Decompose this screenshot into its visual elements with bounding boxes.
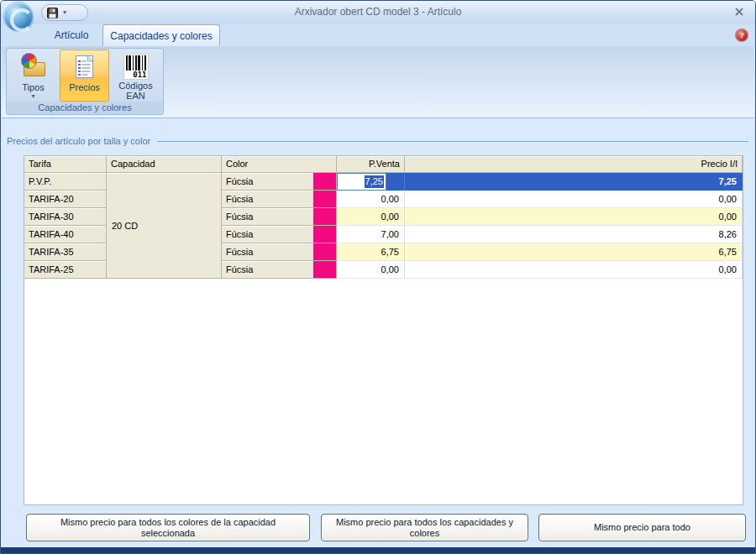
precio-cell[interactable]: 8,26 [405,226,743,243]
title-bar: ▾ Arxivador obert CD model 3 - Artículo [1,1,755,24]
column-header-precio: Precio I/I [405,156,743,173]
row-header-tarifa-40[interactable]: TARIFA-40 [24,226,107,243]
row-header-tarifa-35[interactable]: TARIFA-35 [24,243,107,261]
ribbon: Tipos ▾ P [2,46,754,118]
close-icon[interactable] [734,7,744,17]
column-header-color: Color [222,156,337,173]
color-swatch [313,243,336,260]
same-price-all-button[interactable]: Mismo precio para todo [538,514,746,541]
precio-cell[interactable]: 0,00 [405,191,743,208]
precio-cell-selected[interactable]: 7,25 [405,173,743,191]
color-cell[interactable]: Fúcsia [222,261,337,279]
row-header-tarifa-20[interactable]: TARIFA-20 [24,191,107,208]
color-swatch [313,191,336,207]
row-header-tarifa-25[interactable]: TARIFA-25 [24,261,107,279]
barcode-digits: 011 [133,71,146,79]
tipos-label: Tipos [22,82,45,92]
row-header-tarifa-30[interactable]: TARIFA-30 [24,208,107,226]
tipos-button[interactable]: Tipos ▾ [8,50,58,102]
help-icon[interactable]: ? [736,29,748,41]
pventa-selected-text: 7,25 [365,175,384,188]
section-label: Precios del artículo por talla y color [7,136,150,146]
precios-button[interactable]: Precios [60,50,109,102]
color-cell[interactable]: Fúcsia [222,226,337,243]
pventa-cell[interactable]: 0,00 [337,191,405,208]
pventa-cell-editing: 7,25 [337,173,405,191]
column-header-pventa: P.Venta [337,156,405,173]
color-swatch [313,226,336,243]
pventa-cell[interactable]: 0,00 [337,261,405,279]
tab-articulo-label: Artículo [55,29,89,41]
color-cell[interactable]: Fúcsia [222,173,337,191]
tipos-icon [21,52,46,82]
ribbon-group-capacidades: Tipos ▾ P [6,48,164,115]
precios-icon [74,52,96,82]
color-swatch [313,208,336,225]
pventa-cell[interactable]: 0,00 [337,208,405,226]
color-swatch [313,261,336,278]
precio-cell[interactable]: 0,00 [405,261,743,279]
precio-cell[interactable]: 0,00 [405,208,743,226]
pventa-cell[interactable]: 7,00 [337,226,405,243]
column-header-tarifa: Tarifa [24,156,107,173]
color-swatch [313,173,336,190]
same-price-colors-capacity-button[interactable]: Mismo precio para todos los colores de l… [26,514,310,541]
row-header-pvp[interactable]: P.V.P. [24,173,107,191]
precios-label: Precios [69,82,100,92]
color-cell[interactable]: Fúcsia [222,208,337,226]
office-menu-button[interactable] [4,3,33,31]
section-heading: Precios del artículo por talla y color [7,135,748,147]
window-title: Arxivador obert CD model 3 - Artículo [1,6,755,18]
color-cell[interactable]: Fúcsia [222,191,337,208]
barcode-icon: 011 [123,52,149,81]
codigos-ean-button[interactable]: 011 Códigos EAN [111,50,160,102]
column-header-capacidad: Capacidad [107,156,222,173]
ribbon-tab-bar: Artículo Capacidades y colores ? [1,24,755,46]
same-price-capacities-colors-button[interactable]: Mismo precio para todos los capacidades … [321,514,528,541]
ribbon-group-label: Capacidades y colores [7,102,163,114]
application-window: ▾ Arxivador obert CD model 3 - Artículo … [0,0,756,554]
tipos-dropdown-arrow: ▾ [31,93,34,100]
color-cell[interactable]: Fúcsia [222,243,337,261]
tab-articulo[interactable]: Artículo [39,24,104,46]
window-bottom-edge [1,547,755,553]
tab-capacidades-y-colores[interactable]: Capacidades y colores [102,24,220,46]
codigos-ean-label: Códigos EAN [112,81,160,101]
section-divider [157,141,748,142]
prices-grid: Tarifa Capacidad Color P.Venta Precio I/… [24,155,743,505]
capacity-cell[interactable]: 20 CD [107,173,222,279]
pventa-cell[interactable]: 6,75 [337,243,405,261]
pventa-input[interactable]: 7,25 [337,173,386,191]
tab-capacidades-label: Capacidades y colores [110,30,212,42]
precio-cell[interactable]: 6,75 [405,243,743,261]
